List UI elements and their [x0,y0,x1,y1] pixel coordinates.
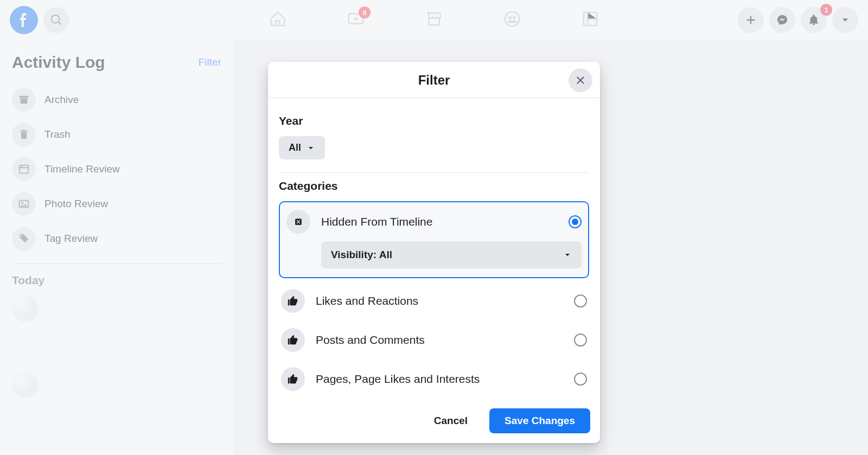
categories-section-heading: Categories [279,180,589,193]
close-icon [575,74,586,86]
search-icon [50,14,62,26]
search-button[interactable] [43,7,69,33]
sidebar-filter-link[interactable]: Filter [199,56,221,68]
activity-item-avatar[interactable] [12,296,38,322]
groups-icon [503,10,521,28]
messenger-button[interactable] [769,7,795,33]
notifications-button[interactable]: 1 [801,7,827,33]
sidebar-item-label: Trash [44,129,71,140]
top-nav: 8 1 [0,0,868,40]
radio-unselected[interactable] [574,334,587,347]
modal-footer: Cancel Save Changes [268,401,600,443]
marketplace-icon [425,10,443,28]
sidebar-item-photo-review[interactable]: Photo Review [5,187,228,221]
category-label: Pages, Page Likes and Interests [316,373,563,386]
nav-center: 8 [269,10,599,30]
messenger-icon [776,14,788,26]
home-icon [269,10,287,28]
divider [279,172,589,173]
notifications-badge: 1 [820,4,832,16]
photo-review-icon [12,192,36,216]
radio-unselected[interactable] [574,373,587,386]
modal-close-button[interactable] [569,68,592,92]
bell-icon [808,14,820,26]
visibility-dropdown[interactable]: Visibility: All [321,241,582,268]
radio-unselected[interactable] [574,294,587,307]
like-icon [281,367,305,391]
svg-point-3 [513,16,516,20]
category-label: Hidden From Timeline [321,215,558,228]
year-dropdown[interactable]: All [279,136,325,159]
sidebar-item-label: Tag Review [44,233,98,245]
gaming-icon [581,10,599,28]
sidebar-item-trash[interactable]: Trash [5,117,228,152]
category-posts-comments[interactable]: Posts and Comments [279,321,589,360]
plus-icon [745,14,757,26]
caret-down-icon [307,144,315,152]
category-list: Hidden From Timeline Visibility: All Lik… [279,201,589,399]
trash-icon [12,123,36,146]
account-button[interactable] [832,7,858,33]
sidebar-item-label: Timeline Review [44,163,120,175]
category-hidden-from-timeline[interactable]: Hidden From Timeline Visibility: All [279,201,589,278]
facebook-logo[interactable] [10,6,38,34]
save-changes-button[interactable]: Save Changes [489,408,590,433]
timeline-review-icon [12,157,36,181]
category-label: Posts and Comments [316,334,563,347]
modal-title: Filter [268,73,600,88]
activity-item-avatar[interactable] [12,371,38,398]
caret-down-icon [840,15,850,25]
facebook-f-icon [15,11,33,29]
sidebar-item-label: Photo Review [44,198,108,210]
caret-down-icon [563,251,572,259]
modal-body: Year All Categories Hidden From Timeline… [268,98,600,401]
year-dropdown-value: All [289,142,301,153]
category-likes-reactions[interactable]: Likes and Reactions [279,281,589,321]
nav-gaming[interactable] [581,10,599,30]
nav-groups[interactable] [503,10,521,30]
sidebar: Activity Log Filter Archive Trash Timeli… [0,40,233,455]
nav-right: 1 [732,7,858,33]
svg-point-1 [505,12,520,27]
svg-rect-5 [20,165,29,174]
divider [12,264,221,264]
radio-selected[interactable] [569,215,582,228]
visibility-dropdown-value: Visibility: All [331,249,392,261]
tag-review-icon [12,227,36,251]
create-button[interactable] [738,7,764,33]
svg-point-2 [509,16,512,20]
like-icon [281,328,305,352]
sidebar-item-tag-review[interactable]: Tag Review [5,221,228,256]
svg-point-7 [21,202,23,204]
nav-watch[interactable]: 8 [347,10,365,30]
page-title: Activity Log [12,53,105,72]
year-section-heading: Year [279,114,589,127]
sidebar-header: Activity Log Filter [5,50,228,82]
filter-modal: Filter Year All Categories Hidden From T… [268,62,600,443]
sidebar-item-archive[interactable]: Archive [5,82,228,117]
section-today: Today [5,272,228,292]
archive-icon [12,88,36,112]
category-label: Likes and Reactions [316,294,563,307]
nav-marketplace[interactable] [425,10,443,30]
hidden-icon [286,210,310,234]
cancel-button[interactable]: Cancel [419,408,483,433]
nav-home[interactable] [269,10,287,30]
sidebar-item-timeline-review[interactable]: Timeline Review [5,152,228,187]
sidebar-item-label: Archive [44,94,79,106]
category-pages-likes-interests[interactable]: Pages, Page Likes and Interests [279,360,589,399]
watch-badge: 8 [359,7,371,18]
like-icon [281,289,305,313]
modal-header: Filter [268,62,600,98]
